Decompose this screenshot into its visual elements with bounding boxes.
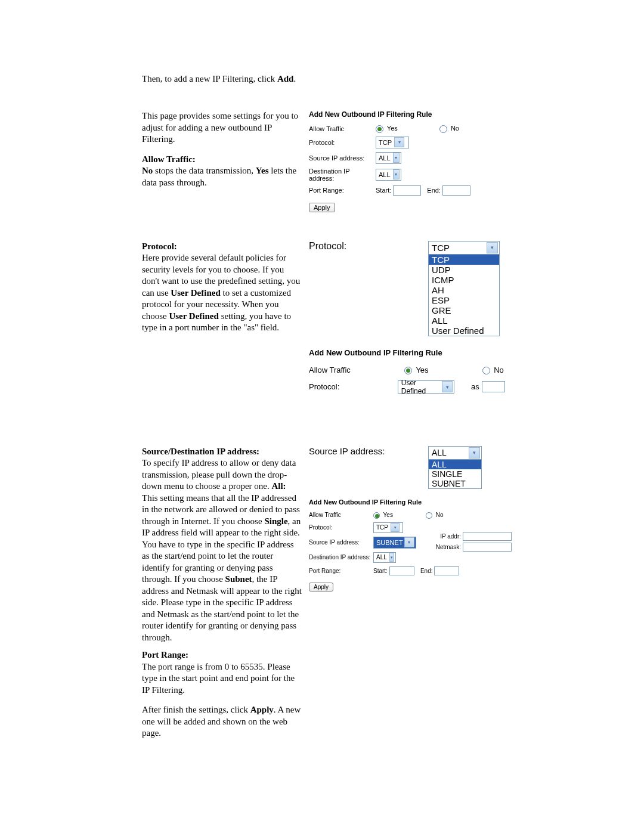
panel1-dst-label: Destination IP address: (309, 168, 376, 182)
srcdst-body: To specify IP address to allow or deny d… (142, 457, 303, 643)
panel2-radio-yes[interactable]: Yes (404, 366, 429, 374)
intro-line-1: Then, to add a new IP Filtering, click A… (142, 74, 505, 84)
srcip-dropdown-open[interactable]: ALL ▾ ALL SINGLE SUBNET (428, 446, 482, 489)
panel3-title: Add New Outbound IP Filtering Rule (309, 498, 505, 506)
proto-option-tcp[interactable]: TCP (429, 255, 499, 265)
panel-1: Add New Outbound IP Filtering Rule Allow… (309, 110, 505, 212)
chevron-down-icon: ▾ (393, 153, 400, 163)
panel-3: Add New Outbound IP Filtering Rule Allow… (309, 498, 505, 592)
panel1-radio-no[interactable]: No (439, 125, 459, 133)
portrange-body: The port range is from 0 to 65535. Pleas… (142, 661, 303, 696)
panel-2: Add New Outbound IP Filtering Rule Allow… (309, 348, 505, 394)
panel3-radio-no[interactable]: No (426, 512, 444, 519)
panel1-src-select[interactable]: ALL▾ (376, 152, 401, 164)
panel2-as-input[interactable] (482, 381, 505, 392)
panel3-ipaddr-label: IP addr: (434, 533, 461, 540)
panel1-end-input[interactable] (442, 185, 470, 196)
chevron-down-icon: ▾ (404, 537, 414, 547)
srcip-big-label: Source IP address: (309, 446, 385, 456)
allow-traffic-heading: Allow Traffic: (142, 154, 303, 166)
panel2-protocol-label: Protocol: (309, 382, 398, 391)
footer-body: After finish the settings, click Apply. … (142, 704, 303, 739)
srcip-option-subnet[interactable]: SUBNET (429, 479, 481, 488)
panel3-dst-label: Destination IP address: (309, 554, 373, 561)
srcdst-heading: Source/Destination IP address: (142, 446, 303, 458)
panel3-apply-button[interactable]: Apply (309, 583, 333, 592)
intro-line-2: This page provides some settings for you… (142, 110, 303, 145)
panel3-netmask-label: Netmask: (434, 544, 461, 550)
protocol-heading: Protocol: (142, 241, 303, 253)
proto-option-esp[interactable]: ESP (429, 295, 499, 305)
panel1-src-label: Source IP address: (309, 154, 376, 162)
panel3-port-label: Port Range: (309, 568, 373, 574)
panel3-start-input[interactable] (389, 566, 414, 575)
panel1-allow-label: Allow Traffic (309, 125, 376, 132)
protocol-body: Here provide several default policies fo… (142, 252, 303, 334)
chevron-down-icon: ▾ (487, 242, 498, 253)
panel2-allow-label: Allow Traffic (309, 366, 404, 374)
proto-big-label: Protocol: (309, 241, 346, 252)
panel2-protocol-select[interactable]: User Defined▾ (398, 380, 454, 394)
panel2-title: Add New Outbound IP Filtering Rule (309, 348, 505, 357)
protocol-dropdown-open[interactable]: TCP ▾ TCP UDP ICMP AH ESP GRE ALL User D… (428, 241, 500, 336)
proto-option-userdef[interactable]: User Defined (429, 326, 499, 336)
panel3-allow-label: Allow Traffic (309, 512, 373, 518)
allow-traffic-body: No stops the data transmission, Yes lets… (142, 165, 303, 188)
chevron-down-icon: ▾ (394, 137, 404, 147)
panel3-radio-yes[interactable]: Yes (373, 512, 393, 519)
chevron-down-icon: ▾ (389, 553, 394, 562)
portrange-heading: Port Range: (142, 649, 303, 661)
chevron-down-icon: ▾ (391, 523, 400, 532)
panel3-protocol-select[interactable]: TCP▾ (373, 522, 403, 533)
proto-option-udp[interactable]: UDP (429, 265, 499, 275)
panel2-radio-no[interactable]: No (482, 366, 504, 374)
panel3-end-input[interactable] (434, 566, 459, 575)
proto-option-gre[interactable]: GRE (429, 305, 499, 315)
proto-option-all[interactable]: ALL (429, 315, 499, 326)
panel3-src-label: Source IP address: (309, 539, 373, 546)
panel1-radio-yes[interactable]: Yes (376, 125, 398, 133)
panel3-protocol-label: Protocol: (309, 524, 373, 531)
panel2-as-label: as (471, 382, 479, 391)
panel1-protocol-select[interactable]: TCP▾ (376, 137, 409, 148)
panel3-dst-select[interactable]: ALL▾ (373, 552, 396, 563)
panel3-src-select[interactable]: SUBNET▾ (373, 537, 416, 549)
panel-1-title: Add New Outbound IP Filtering Rule (309, 110, 505, 119)
panel1-port-label: Port Range: (309, 187, 376, 194)
chevron-down-icon: ▾ (469, 447, 480, 459)
panel3-ipaddr-input[interactable] (463, 532, 512, 541)
panel1-apply-button[interactable]: Apply (309, 203, 335, 212)
proto-option-ah[interactable]: AH (429, 285, 499, 295)
proto-option-icmp[interactable]: ICMP (429, 275, 499, 285)
panel1-protocol-label: Protocol: (309, 139, 376, 146)
srcip-option-all[interactable]: ALL (429, 460, 481, 469)
chevron-down-icon: ▾ (442, 381, 453, 392)
panel3-netmask-input[interactable] (463, 543, 512, 552)
srcip-option-single[interactable]: SINGLE (429, 469, 481, 479)
chevron-down-icon: ▾ (393, 169, 400, 179)
panel1-dst-select[interactable]: ALL▾ (376, 169, 401, 181)
panel1-start-input[interactable] (393, 185, 421, 196)
